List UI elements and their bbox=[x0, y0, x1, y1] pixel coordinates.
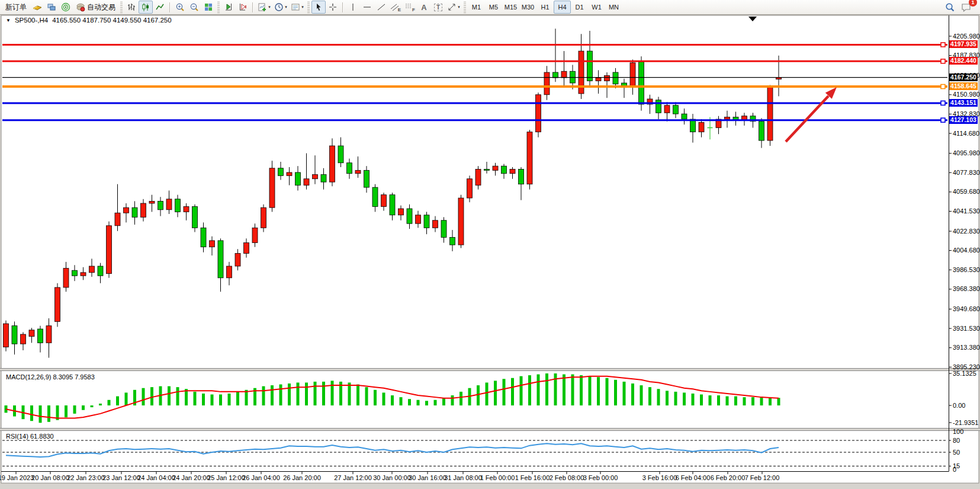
price-tick-label: 3968.380 bbox=[953, 285, 980, 293]
tile-windows-button[interactable] bbox=[201, 1, 216, 14]
macd-label: MACD(12,26,9) 8.3095 7.9583 bbox=[6, 373, 95, 381]
symbol-info-arrow[interactable]: ▼ bbox=[6, 18, 11, 23]
time-axis-label: 26 Jan 20:00 bbox=[275, 474, 329, 481]
dropdown-caret[interactable]: ▾ bbox=[285, 5, 287, 9]
bar-chart-button[interactable] bbox=[124, 1, 139, 14]
bar-chart-icon bbox=[127, 2, 136, 12]
macd-panel[interactable] bbox=[1, 372, 947, 427]
chart-profiles-icon bbox=[33, 2, 42, 12]
price-tick-label: 4077.830 bbox=[953, 169, 980, 177]
zoom-in-button[interactable] bbox=[173, 1, 187, 14]
notifications-button[interactable]: 1 bbox=[959, 1, 973, 14]
macd-values: 8.3095 7.9583 bbox=[53, 373, 94, 381]
auto-trading-button[interactable]: 自动交易 bbox=[73, 1, 118, 14]
rsi-axis-label: 100 bbox=[953, 428, 963, 436]
signals-button[interactable] bbox=[59, 1, 73, 14]
toolbar-grip[interactable] bbox=[120, 2, 123, 13]
chart-shift-marker[interactable] bbox=[748, 17, 757, 21]
chart-ohlc-values: 4165.550 4187.750 4149.550 4167.250 bbox=[52, 17, 171, 24]
text-icon: A bbox=[421, 3, 426, 12]
dropdown-caret[interactable]: ▾ bbox=[301, 5, 304, 9]
crosshair-icon bbox=[328, 2, 338, 12]
timeframe-button-m15[interactable]: M15 bbox=[502, 1, 519, 14]
periods-button[interactable]: ▾ bbox=[272, 1, 289, 14]
dropdown-caret[interactable]: ▾ bbox=[458, 5, 460, 9]
level-price-badge: 4182.440 bbox=[949, 57, 978, 65]
market-watch-icon bbox=[47, 2, 56, 12]
rsi-panel[interactable] bbox=[1, 432, 947, 471]
price-tick-label: 3913.380 bbox=[953, 344, 980, 351]
timeframe-button-h4[interactable]: H4 bbox=[554, 1, 571, 14]
timeframe-button-m30[interactable]: M30 bbox=[519, 1, 536, 14]
level-price-badge: 4158.645 bbox=[949, 82, 978, 90]
fibonacci-letter: F bbox=[412, 7, 415, 12]
price-tick-label: 4114.680 bbox=[953, 130, 979, 138]
toolbar-right-group: 1 bbox=[943, 1, 978, 14]
chart-header: ▼ SP500-,H4 4165.550 4187.750 4149.550 4… bbox=[6, 17, 172, 24]
timeframe-button-m5[interactable]: M5 bbox=[485, 1, 502, 14]
timeframe-button-mn[interactable]: MN bbox=[605, 1, 622, 14]
candlestick-chart-button[interactable] bbox=[139, 1, 153, 14]
rsi-axis-label: 80 bbox=[953, 437, 960, 445]
price-tick-label: 3949.680 bbox=[953, 305, 980, 313]
line-chart-icon bbox=[155, 2, 165, 12]
tile-windows-icon bbox=[204, 2, 213, 12]
chart-properties-button[interactable]: ▾ bbox=[289, 1, 306, 14]
chart-shift-button[interactable] bbox=[236, 1, 250, 14]
text-button[interactable]: A bbox=[417, 1, 431, 14]
current-price-badge: 4167.250 bbox=[949, 73, 978, 81]
auto-trading-label: 自动交易 bbox=[87, 1, 115, 13]
cursor-icon bbox=[314, 2, 323, 12]
trendline-button[interactable] bbox=[374, 1, 388, 14]
timeframe-button-w1[interactable]: W1 bbox=[588, 1, 605, 14]
time-axis-label: 3 Feb 00:00 bbox=[574, 474, 627, 481]
market-watch-button[interactable] bbox=[44, 1, 59, 14]
chart-profiles-button[interactable] bbox=[30, 1, 44, 14]
chart-properties-icon bbox=[291, 2, 300, 12]
dropdown-caret[interactable]: ▾ bbox=[268, 5, 271, 9]
search-icon bbox=[945, 2, 955, 12]
toolbar-grip[interactable] bbox=[307, 2, 310, 13]
auto-scroll-button[interactable] bbox=[221, 1, 236, 14]
vertical-line-button[interactable] bbox=[346, 1, 360, 14]
macd-axis-label: 35.1325 bbox=[953, 370, 976, 378]
line-chart-button[interactable] bbox=[153, 1, 167, 14]
vertical-line-icon bbox=[348, 2, 358, 12]
timeframe-button-h1[interactable]: H1 bbox=[536, 1, 554, 14]
mt4-window: 新订单 自动交易 bbox=[0, 0, 980, 489]
rsi-axis-label: 0 bbox=[953, 466, 956, 474]
macd-title: MACD(12,26,9) bbox=[6, 373, 51, 381]
price-tick-label: 3931.530 bbox=[953, 325, 980, 333]
toolbar-grip[interactable] bbox=[464, 2, 466, 13]
horizontal-line-button[interactable] bbox=[360, 1, 374, 14]
candlestick-icon bbox=[141, 2, 150, 12]
shapes-icon bbox=[447, 2, 457, 12]
main-chart-panel[interactable] bbox=[1, 25, 947, 368]
notification-count-badge: 1 bbox=[969, 0, 977, 7]
toolbar-grip[interactable] bbox=[217, 2, 220, 13]
timeframe-button-m1[interactable]: M1 bbox=[468, 1, 485, 14]
chart-shift-icon bbox=[238, 2, 248, 12]
price-tick-label: 4059.680 bbox=[953, 188, 980, 196]
horizontal-line-icon bbox=[362, 2, 372, 12]
cursor-button[interactable] bbox=[311, 1, 326, 14]
level-price-badge: 4127.103 bbox=[949, 116, 978, 124]
rsi-axis-label: 50 bbox=[953, 449, 960, 456]
toolbar: 新订单 自动交易 bbox=[0, 0, 980, 15]
new-chart-icon bbox=[258, 2, 267, 12]
text-label-button[interactable]: T bbox=[431, 1, 445, 14]
fibonacci-button[interactable]: F bbox=[403, 1, 417, 14]
trendline-icon bbox=[377, 2, 386, 12]
crosshair-button[interactable] bbox=[326, 1, 340, 14]
new-order-button[interactable]: 新订单 bbox=[2, 1, 30, 13]
rsi-label: RSI(14) 61.8830 bbox=[6, 433, 54, 440]
shapes-button[interactable]: ▾ bbox=[445, 1, 462, 14]
channel-letter: E bbox=[398, 7, 401, 12]
macd-axis-label: -21.9351 bbox=[953, 419, 978, 427]
channel-button[interactable]: E bbox=[388, 1, 403, 14]
new-chart-button[interactable]: ▾ bbox=[256, 1, 272, 14]
zoom-out-button[interactable] bbox=[187, 1, 201, 14]
macd-axis-label: 0.00 bbox=[953, 402, 965, 410]
search-button[interactable] bbox=[943, 1, 957, 14]
timeframe-button-d1[interactable]: D1 bbox=[571, 1, 588, 14]
